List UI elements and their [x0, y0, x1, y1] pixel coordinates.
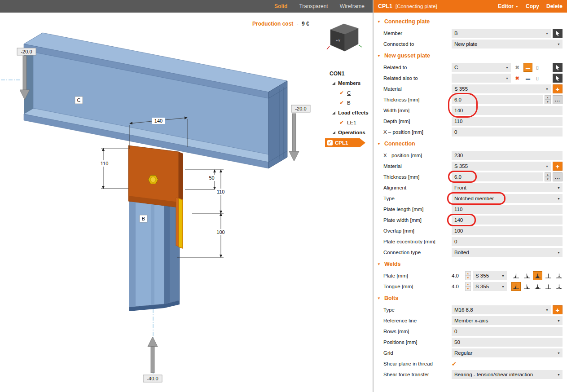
gusset-thickness-input[interactable]: [452, 95, 543, 104]
alignment-select[interactable]: Front ▼: [452, 183, 563, 192]
tongue-plate[interactable]: [176, 198, 183, 248]
stepper[interactable]: ▲▼: [465, 282, 471, 291]
delete-button[interactable]: Delete: [546, 3, 563, 9]
check-icon[interactable]: ✔: [339, 90, 344, 96]
stepper-down-icon[interactable]: ▼: [465, 276, 471, 280]
copy-button[interactable]: Copy: [526, 3, 539, 9]
collapse-icon[interactable]: ▼: [377, 142, 381, 146]
expander-icon[interactable]: [332, 131, 335, 134]
connection-material-select[interactable]: S 355 ▼: [452, 162, 551, 171]
more-options-button[interactable]: ...: [553, 95, 563, 104]
collapse-icon[interactable]: ▼: [377, 20, 381, 24]
plate-orientation-icon[interactable]: ▬: [523, 74, 532, 83]
weld-type-icon[interactable]: [511, 282, 521, 291]
expander-icon[interactable]: [332, 111, 335, 115]
gusset-x-position-input[interactable]: [452, 128, 563, 137]
pick-member-button[interactable]: [553, 63, 563, 72]
weld-type-icon[interactable]: [511, 271, 521, 280]
plate-size-icon[interactable]: ▯: [534, 76, 541, 81]
add-bolt-assembly-button[interactable]: +: [553, 305, 563, 314]
tree-item-member-b[interactable]: ✔ B: [339, 98, 371, 108]
stepper[interactable]: ▲▼: [545, 95, 551, 104]
weld-type-icon[interactable]: [522, 271, 532, 280]
rows-input[interactable]: [452, 327, 563, 336]
shear-transfer-select[interactable]: Bearing - tension/shear interaction ▼: [452, 370, 563, 379]
type-select[interactable]: Notched member ▼: [452, 194, 563, 203]
positions-input[interactable]: [452, 338, 563, 347]
connection-x-position-input[interactable]: [452, 151, 563, 160]
stepper[interactable]: ▲▼: [465, 271, 471, 280]
shear-plane-checkbox[interactable]: ✔: [452, 361, 457, 367]
check-icon[interactable]: ✔: [339, 119, 344, 126]
stepper-down-icon[interactable]: ▼: [465, 286, 471, 291]
weld-type-icon[interactable]: [522, 282, 532, 291]
add-material-button[interactable]: +: [553, 162, 563, 171]
weld-type-icon[interactable]: [554, 271, 564, 280]
collapse-icon[interactable]: ▼: [377, 262, 381, 266]
section-connecting-plate[interactable]: ▼ Connecting plate: [374, 15, 567, 28]
stepper-up-icon[interactable]: ▲: [465, 282, 471, 286]
plate-orientation-icon[interactable]: ▬: [523, 63, 532, 72]
view-mode-transparent[interactable]: Transparent: [299, 3, 328, 9]
member-b[interactable]: [129, 190, 180, 311]
weld-type-icon[interactable]: [533, 271, 542, 280]
plate-size-icon[interactable]: ▯: [534, 65, 541, 70]
pick-member-button[interactable]: [553, 29, 563, 38]
stepper-up-icon[interactable]: ▲: [545, 95, 551, 100]
orientation-cube[interactable]: +Y: [326, 22, 364, 55]
clear-selection-icon[interactable]: ✖: [513, 63, 522, 72]
section-welds[interactable]: ▼ Welds: [374, 258, 567, 270]
related-to-select[interactable]: C ▼: [452, 63, 511, 72]
connection-type-select[interactable]: Bolted ▼: [452, 248, 563, 257]
tree-group-members[interactable]: Members: [332, 78, 371, 88]
tree-item-member-c[interactable]: ✔ C: [339, 88, 371, 98]
bolt-type-select[interactable]: M16 8.8 ▼: [452, 305, 551, 314]
related-also-to-select[interactable]: ▼: [452, 74, 511, 83]
pick-member-button[interactable]: [553, 74, 563, 83]
reference-line-select[interactable]: Member x-axis ▼: [452, 316, 563, 325]
section-connection[interactable]: ▼ Connection: [374, 137, 567, 150]
plate-cpl1[interactable]: [128, 145, 183, 209]
stepper-down-icon[interactable]: ▼: [545, 100, 551, 104]
tree-group-load-effects[interactable]: Load effects: [332, 108, 371, 118]
plate-length-input[interactable]: [452, 205, 563, 214]
weld-type-icon[interactable]: [544, 271, 553, 280]
member-select[interactable]: B ▼: [452, 29, 551, 38]
stepper-up-icon[interactable]: ▲: [465, 271, 471, 276]
plate-eccentricity-input[interactable]: [452, 237, 563, 246]
view-mode-wireframe[interactable]: Wireframe: [340, 3, 365, 9]
clear-selection-icon[interactable]: ✖: [513, 74, 522, 83]
connection-thickness-input[interactable]: [452, 172, 543, 181]
more-options-button[interactable]: ...: [553, 172, 563, 181]
editor-button[interactable]: Editor ▼: [498, 3, 519, 9]
weld-plate-material-select[interactable]: S 355 ▼: [473, 271, 507, 280]
gusset-material-select[interactable]: S 355 ▼: [452, 84, 551, 93]
section-new-gusset-plate[interactable]: ▼ New gusset plate: [374, 49, 567, 62]
section-bolts[interactable]: ▼ Bolts: [374, 292, 567, 304]
weld-type-icon[interactable]: [544, 282, 553, 291]
gusset-width-input[interactable]: [452, 106, 563, 115]
stepper-down-icon[interactable]: ▼: [545, 177, 551, 181]
tree-root-con1[interactable]: CON1: [330, 69, 371, 78]
weld-tongue-size[interactable]: 4.0: [452, 284, 463, 289]
grid-select[interactable]: Regular ▼: [452, 348, 563, 357]
tree-item-cpl1[interactable]: ✔ CPL1: [325, 138, 365, 147]
viewport-3d[interactable]: C B 140 110 50: [0, 13, 373, 392]
weld-tongue-material-select[interactable]: S 355 ▼: [473, 282, 507, 291]
expander-icon[interactable]: [332, 82, 335, 85]
stepper-up-icon[interactable]: ▲: [545, 172, 551, 177]
stepper[interactable]: ▲▼: [545, 172, 551, 181]
scene-canvas[interactable]: C B 140 110 50: [0, 13, 373, 392]
view-mode-solid[interactable]: Solid: [274, 3, 287, 9]
member-c[interactable]: [24, 33, 287, 168]
weld-type-icon[interactable]: [554, 282, 564, 291]
gusset-depth-input[interactable]: [452, 117, 563, 126]
check-icon[interactable]: ✔: [339, 100, 344, 106]
tree-item-le1[interactable]: ✔ LE1: [339, 118, 371, 128]
collapse-icon[interactable]: ▼: [377, 54, 381, 58]
plate-width-input[interactable]: [452, 216, 563, 225]
overlap-input[interactable]: [452, 226, 563, 235]
tree-group-operations[interactable]: Operations: [332, 128, 371, 137]
collapse-icon[interactable]: ▼: [377, 296, 381, 300]
weld-type-icon[interactable]: [533, 282, 542, 291]
